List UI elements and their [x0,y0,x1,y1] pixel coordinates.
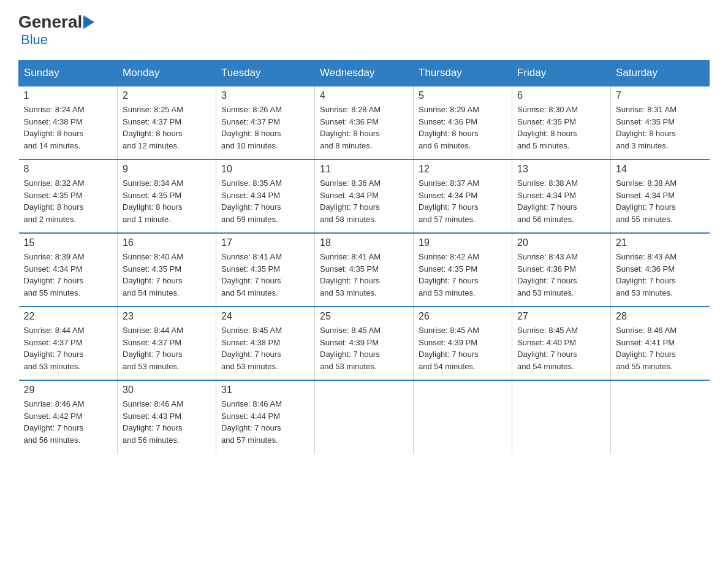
calendar-week-row: 1Sunrise: 8:24 AMSunset: 4:38 PMDaylight… [19,86,710,159]
page-header: General Blue [18,12,710,48]
calendar-day-cell: 11Sunrise: 8:36 AMSunset: 4:34 PMDayligh… [315,159,414,233]
day-number: 23 [123,311,211,322]
days-of-week-row: SundayMondayTuesdayWednesdayThursdayFrid… [19,61,710,86]
day-info: Sunrise: 8:42 AMSunset: 4:35 PMDaylight:… [419,251,507,299]
calendar-day-cell: 13Sunrise: 8:38 AMSunset: 4:34 PMDayligh… [512,159,611,233]
day-number: 3 [221,90,309,101]
day-number: 30 [123,385,211,396]
calendar-day-cell: 31Sunrise: 8:46 AMSunset: 4:44 PMDayligh… [216,380,315,454]
day-info: Sunrise: 8:46 AMSunset: 4:44 PMDaylight:… [221,398,309,446]
day-number: 9 [123,164,211,175]
day-info: Sunrise: 8:36 AMSunset: 4:34 PMDaylight:… [320,177,408,225]
calendar-day-cell: 19Sunrise: 8:42 AMSunset: 4:35 PMDayligh… [414,233,512,307]
day-info: Sunrise: 8:31 AMSunset: 4:35 PMDaylight:… [616,104,705,151]
day-number: 11 [320,164,408,175]
day-info: Sunrise: 8:45 AMSunset: 4:38 PMDaylight:… [221,324,309,372]
day-info: Sunrise: 8:35 AMSunset: 4:34 PMDaylight:… [221,177,309,225]
calendar-day-cell: 15Sunrise: 8:39 AMSunset: 4:34 PMDayligh… [19,233,118,307]
day-info: Sunrise: 8:46 AMSunset: 4:41 PMDaylight:… [616,324,705,372]
day-number: 24 [221,311,309,322]
calendar-week-row: 15Sunrise: 8:39 AMSunset: 4:34 PMDayligh… [19,233,710,307]
day-number: 16 [123,237,211,248]
day-of-week-header: Friday [512,61,611,86]
calendar-day-cell: 21Sunrise: 8:43 AMSunset: 4:36 PMDayligh… [611,233,710,307]
day-info: Sunrise: 8:43 AMSunset: 4:36 PMDaylight:… [616,251,705,299]
calendar-day-cell: 28Sunrise: 8:46 AMSunset: 4:41 PMDayligh… [611,307,710,380]
calendar-day-cell: 7Sunrise: 8:31 AMSunset: 4:35 PMDaylight… [611,86,710,159]
day-of-week-header: Saturday [611,61,710,86]
day-number: 21 [616,237,705,248]
day-info: Sunrise: 8:45 AMSunset: 4:39 PMDaylight:… [419,324,507,372]
day-number: 28 [616,311,705,322]
day-number: 4 [320,90,408,101]
day-info: Sunrise: 8:45 AMSunset: 4:39 PMDaylight:… [320,324,408,372]
day-number: 1 [24,90,113,101]
calendar-day-cell: 29Sunrise: 8:46 AMSunset: 4:42 PMDayligh… [19,380,118,454]
calendar-week-row: 8Sunrise: 8:32 AMSunset: 4:35 PMDaylight… [19,159,710,233]
calendar-day-cell: 3Sunrise: 8:26 AMSunset: 4:37 PMDaylight… [216,86,315,159]
calendar-day-cell: 30Sunrise: 8:46 AMSunset: 4:43 PMDayligh… [118,380,216,454]
calendar-day-cell: 1Sunrise: 8:24 AMSunset: 4:38 PMDaylight… [19,86,118,159]
day-number: 12 [419,164,507,175]
calendar-day-cell: 4Sunrise: 8:28 AMSunset: 4:36 PMDaylight… [315,86,414,159]
calendar-day-cell [315,380,414,454]
day-of-week-header: Thursday [414,61,512,86]
day-of-week-header: Monday [118,61,216,86]
day-number: 27 [517,311,605,322]
day-number: 6 [517,90,605,101]
day-info: Sunrise: 8:25 AMSunset: 4:37 PMDaylight:… [123,104,211,151]
day-info: Sunrise: 8:39 AMSunset: 4:34 PMDaylight:… [24,251,113,299]
calendar-day-cell: 17Sunrise: 8:41 AMSunset: 4:35 PMDayligh… [216,233,315,307]
calendar-week-row: 29Sunrise: 8:46 AMSunset: 4:42 PMDayligh… [19,380,710,454]
calendar-day-cell: 8Sunrise: 8:32 AMSunset: 4:35 PMDaylight… [19,159,118,233]
day-number: 25 [320,311,408,322]
day-number: 8 [24,164,113,175]
day-info: Sunrise: 8:34 AMSunset: 4:35 PMDaylight:… [123,177,211,225]
day-number: 22 [24,311,113,322]
logo-triangle-icon [83,15,94,29]
day-info: Sunrise: 8:28 AMSunset: 4:36 PMDaylight:… [320,104,408,151]
day-info: Sunrise: 8:44 AMSunset: 4:37 PMDaylight:… [123,324,211,372]
day-of-week-header: Tuesday [216,61,315,86]
day-of-week-header: Wednesday [315,61,414,86]
logo: General Blue [18,12,96,48]
calendar-day-cell: 25Sunrise: 8:45 AMSunset: 4:39 PMDayligh… [315,307,414,380]
logo-blue-text: Blue [21,32,48,48]
day-info: Sunrise: 8:32 AMSunset: 4:35 PMDaylight:… [24,177,113,225]
day-info: Sunrise: 8:44 AMSunset: 4:37 PMDaylight:… [24,324,113,372]
day-number: 17 [221,237,309,248]
day-info: Sunrise: 8:43 AMSunset: 4:36 PMDaylight:… [517,251,605,299]
day-number: 18 [320,237,408,248]
day-info: Sunrise: 8:29 AMSunset: 4:36 PMDaylight:… [419,104,507,151]
day-number: 5 [419,90,507,101]
calendar-table: SundayMondayTuesdayWednesdayThursdayFrid… [18,60,710,454]
day-number: 29 [24,385,113,396]
day-info: Sunrise: 8:40 AMSunset: 4:35 PMDaylight:… [123,251,211,299]
calendar-day-cell [611,380,710,454]
day-info: Sunrise: 8:46 AMSunset: 4:42 PMDaylight:… [24,398,113,446]
calendar-week-row: 22Sunrise: 8:44 AMSunset: 4:37 PMDayligh… [19,307,710,380]
calendar-day-cell: 5Sunrise: 8:29 AMSunset: 4:36 PMDaylight… [414,86,512,159]
day-info: Sunrise: 8:41 AMSunset: 4:35 PMDaylight:… [221,251,309,299]
day-info: Sunrise: 8:38 AMSunset: 4:34 PMDaylight:… [517,177,605,225]
day-number: 7 [616,90,705,101]
day-number: 26 [419,311,507,322]
calendar-day-cell: 9Sunrise: 8:34 AMSunset: 4:35 PMDaylight… [118,159,216,233]
day-number: 20 [517,237,605,248]
day-number: 14 [616,164,705,175]
day-info: Sunrise: 8:30 AMSunset: 4:35 PMDaylight:… [517,104,605,151]
day-info: Sunrise: 8:26 AMSunset: 4:37 PMDaylight:… [221,104,309,151]
logo-general-text: General [18,12,82,32]
calendar-day-cell: 12Sunrise: 8:37 AMSunset: 4:34 PMDayligh… [414,159,512,233]
day-info: Sunrise: 8:24 AMSunset: 4:38 PMDaylight:… [24,104,113,151]
day-info: Sunrise: 8:37 AMSunset: 4:34 PMDaylight:… [419,177,507,225]
calendar-day-cell: 22Sunrise: 8:44 AMSunset: 4:37 PMDayligh… [19,307,118,380]
day-of-week-header: Sunday [19,61,118,86]
day-info: Sunrise: 8:46 AMSunset: 4:43 PMDaylight:… [123,398,211,446]
calendar-day-cell: 18Sunrise: 8:41 AMSunset: 4:35 PMDayligh… [315,233,414,307]
day-info: Sunrise: 8:41 AMSunset: 4:35 PMDaylight:… [320,251,408,299]
calendar-day-cell: 23Sunrise: 8:44 AMSunset: 4:37 PMDayligh… [118,307,216,380]
calendar-day-cell: 16Sunrise: 8:40 AMSunset: 4:35 PMDayligh… [118,233,216,307]
calendar-day-cell [414,380,512,454]
calendar-day-cell [512,380,611,454]
